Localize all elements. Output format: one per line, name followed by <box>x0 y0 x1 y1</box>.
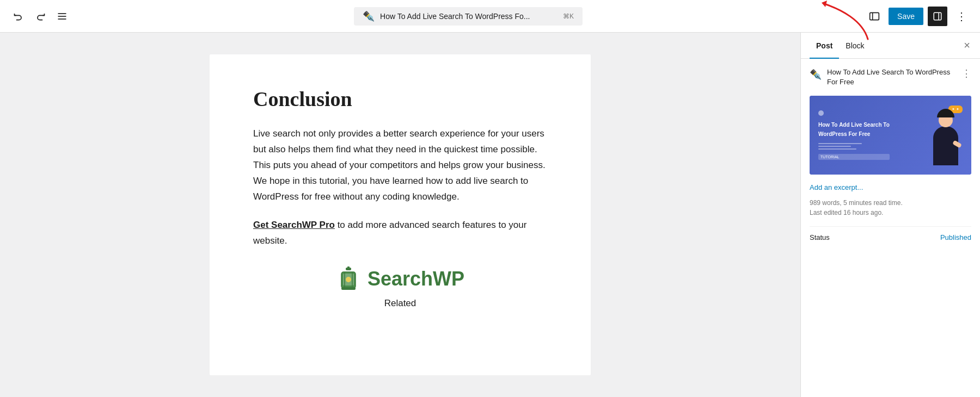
undo-button[interactable] <box>9 7 28 26</box>
view-button[interactable] <box>865 7 884 26</box>
svg-rect-9 <box>347 266 350 269</box>
svg-rect-6 <box>934 13 941 20</box>
options-button[interactable]: ⋮ <box>952 7 971 26</box>
redo-button[interactable] <box>30 7 50 26</box>
searchwp-brand-name: SearchWP <box>367 268 464 290</box>
fi-circle <box>818 110 824 116</box>
svg-point-14 <box>346 277 351 282</box>
save-button[interactable]: Save <box>889 8 923 25</box>
list-view-button[interactable] <box>52 7 72 26</box>
word-count: 989 words, 5 minutes read time. <box>810 198 971 208</box>
toolbar: ✒️ How To Add Live Search To WordPress F… <box>0 0 980 33</box>
toolbar-right: Save ⋮ <box>865 7 971 26</box>
editor-icon: ✒️ <box>363 10 375 22</box>
post-icon: ✒️ <box>810 69 822 80</box>
svg-marker-3 <box>822 1 827 7</box>
post-title-row: ✒️ How To Add Live Search To WordPress F… <box>810 67 971 87</box>
toolbar-left <box>9 7 72 26</box>
fi-text-block: How To Add Live Search To WordPress For … <box>818 110 890 160</box>
post-title-bar[interactable]: ✒️ How To Add Live Search To WordPress F… <box>354 7 583 26</box>
editor-area: Conclusion Live search not only provides… <box>0 33 800 397</box>
status-value[interactable]: Published <box>940 233 971 241</box>
cta-paragraph: Get SearchWP Pro to add more advanced se… <box>253 218 547 249</box>
editor-content: Conclusion Live search not only provides… <box>210 54 591 375</box>
toggle-sidebar-button[interactable] <box>928 7 947 26</box>
featured-image[interactable]: How To Add Live Search To WordPress For … <box>810 96 971 175</box>
toolbar-center: ✒️ How To Add Live Search To WordPress F… <box>76 7 860 26</box>
sidebar-post-title: How To Add Live Search To WordPress For … <box>827 67 956 87</box>
main-area: Conclusion Live search not only provides… <box>0 33 980 397</box>
body-paragraph: Live search not only provides a better s… <box>253 126 547 204</box>
sidebar-tabs: Post Block × <box>801 33 980 59</box>
last-edited: Last edited 16 hours ago. <box>810 208 971 218</box>
status-row: Status Published <box>810 226 971 241</box>
post-meta: 989 words, 5 minutes read time. Last edi… <box>810 198 971 218</box>
tab-block[interactable]: Block <box>839 33 871 59</box>
post-title-display: How To Add Live Search To WordPress Fo..… <box>380 12 530 21</box>
sidebar: Post Block × ✒️ How To Add Live Search T… <box>800 33 980 397</box>
svg-rect-15 <box>341 287 356 290</box>
get-searchwp-link[interactable]: Get SearchWP Pro <box>253 220 335 230</box>
searchwp-lantern-icon <box>336 266 361 291</box>
featured-image-content: How To Add Live Search To WordPress For … <box>810 96 971 175</box>
sidebar-body: ✒️ How To Add Live Search To WordPress F… <box>801 59 980 397</box>
searchwp-logo-block: SearchWP Related <box>253 266 547 309</box>
fi-character: ✦ ✦ <box>924 106 963 165</box>
searchwp-logo-inner: SearchWP <box>336 266 464 291</box>
status-label: Status <box>810 233 830 241</box>
add-excerpt-link[interactable]: Add an excerpt... <box>810 183 971 191</box>
sidebar-close-button[interactable]: × <box>958 37 976 54</box>
svg-rect-4 <box>870 13 879 20</box>
conclusion-heading: Conclusion <box>253 87 547 111</box>
keyboard-shortcut: ⌘K <box>552 13 574 20</box>
related-label: Related <box>384 298 416 309</box>
post-options-button[interactable]: ⋮ <box>961 67 971 79</box>
tab-post[interactable]: Post <box>810 33 839 59</box>
